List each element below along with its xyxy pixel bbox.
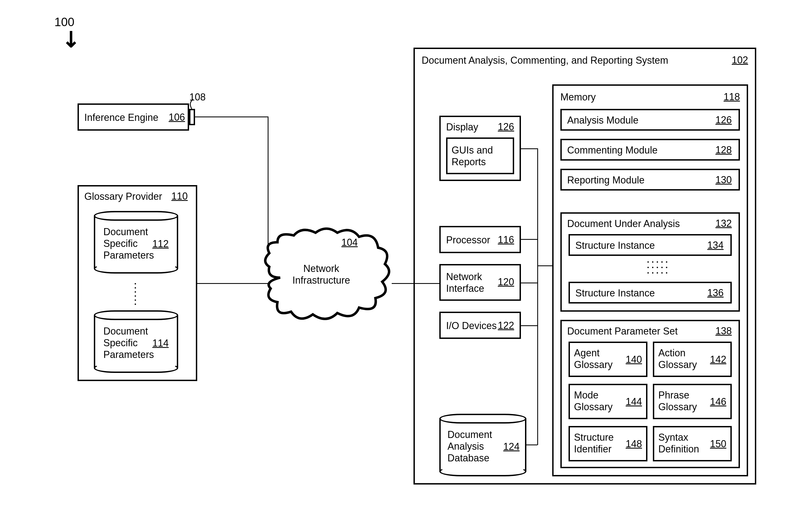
conn-line — [195, 116, 268, 117]
analysis-module-ref: 126 — [716, 114, 732, 126]
conn-line — [413, 283, 439, 284]
reporting-module-ref: 130 — [716, 174, 732, 186]
display-label: Display — [446, 121, 478, 133]
analysis-module-label: Analysis Module — [567, 114, 638, 126]
net-iface-ref: 120 — [498, 276, 514, 288]
phrase-glossary-ref: 146 — [710, 396, 726, 407]
struct-instance-134-label: Structure Instance — [575, 240, 655, 251]
dps-ref: 138 — [716, 325, 732, 337]
glossary-provider-ref: 110 — [171, 191, 188, 202]
bus-line — [537, 148, 538, 445]
syntax-definition-ref: 150 — [710, 438, 726, 450]
system-102-title: Document Analysis, Commenting, and Repor… — [422, 54, 668, 66]
mode-glossary-label: Mode Glossary — [574, 389, 613, 413]
phrase-glossary-label: Phrase Glossary — [658, 389, 697, 413]
network-cloud-ref: 104 — [341, 237, 358, 248]
conn-line — [268, 283, 268, 284]
struct-instance-136-ref: 136 — [707, 287, 724, 299]
glossary-provider-title: Glossary Provider — [84, 191, 162, 202]
io-devices-ref: 122 — [498, 320, 514, 331]
agent-glossary-ref: 140 — [626, 354, 642, 365]
io-devices-label: I/O Devices — [446, 320, 497, 331]
db-114-ref: 114 — [152, 337, 169, 349]
horizontal-ellipsis-icon — [647, 261, 667, 263]
action-glossary-ref: 142 — [710, 354, 726, 365]
system-102-ref: 102 — [732, 54, 748, 66]
display-inner-label: GUIs and Reports — [452, 144, 493, 168]
structure-identifier-label: Structure Identifier — [574, 431, 614, 455]
structure-identifier-ref: 148 — [626, 438, 642, 450]
horizontal-ellipsis-icon — [647, 272, 667, 274]
conn-line — [521, 148, 537, 149]
conn-line — [526, 444, 537, 445]
memory-ref: 118 — [724, 91, 740, 103]
dps-title: Document Parameter Set — [567, 325, 677, 337]
mode-glossary-ref: 144 — [626, 396, 642, 407]
reporting-module-label: Reporting Module — [567, 174, 644, 186]
net-iface-label: Network Interface — [446, 271, 484, 294]
agent-glossary-label: Agent Glossary — [574, 347, 613, 371]
dua-title: Document Under Analysis — [567, 218, 680, 229]
processor-ref: 116 — [498, 234, 514, 246]
comm-circuit-108 — [189, 109, 195, 125]
conn-line — [521, 282, 537, 283]
dua-ref: 132 — [716, 218, 732, 229]
memory-title: Memory — [560, 91, 596, 103]
syntax-definition-label: Syntax Definition — [658, 431, 699, 455]
vertical-ellipsis-icon — [135, 283, 136, 305]
dadb-label: Document Analysis Database — [447, 429, 492, 464]
conn-line — [197, 283, 268, 284]
conn-line — [268, 116, 268, 249]
action-glossary-label: Action Glossary — [658, 347, 697, 371]
conn-line — [521, 239, 537, 240]
conn-line — [521, 325, 537, 326]
network-cloud-label: Network Infrastructure — [292, 263, 350, 286]
lead-line-108 — [185, 98, 196, 110]
conn-line — [537, 265, 552, 266]
inference-engine-ref: 106 — [169, 112, 185, 123]
horizontal-ellipsis-icon — [647, 267, 667, 268]
db-114-label: Document Specific Parameters — [104, 325, 154, 361]
db-112-ref: 112 — [152, 238, 169, 250]
commenting-module-label: Commenting Module — [567, 144, 658, 156]
display-ref: 126 — [498, 121, 514, 133]
diagram-canvas: 100 ↘ Inference Engine 106 108 Glossary … — [0, 0, 812, 515]
struct-instance-134-ref: 134 — [707, 240, 724, 251]
inference-engine-label: Inference Engine — [84, 112, 158, 123]
struct-instance-136-label: Structure Instance — [575, 287, 655, 299]
processor-label: Processor — [446, 234, 490, 246]
commenting-module-ref: 128 — [716, 144, 732, 156]
dadb-ref: 124 — [503, 441, 520, 452]
db-112-label: Document Specific Parameters — [104, 226, 154, 261]
